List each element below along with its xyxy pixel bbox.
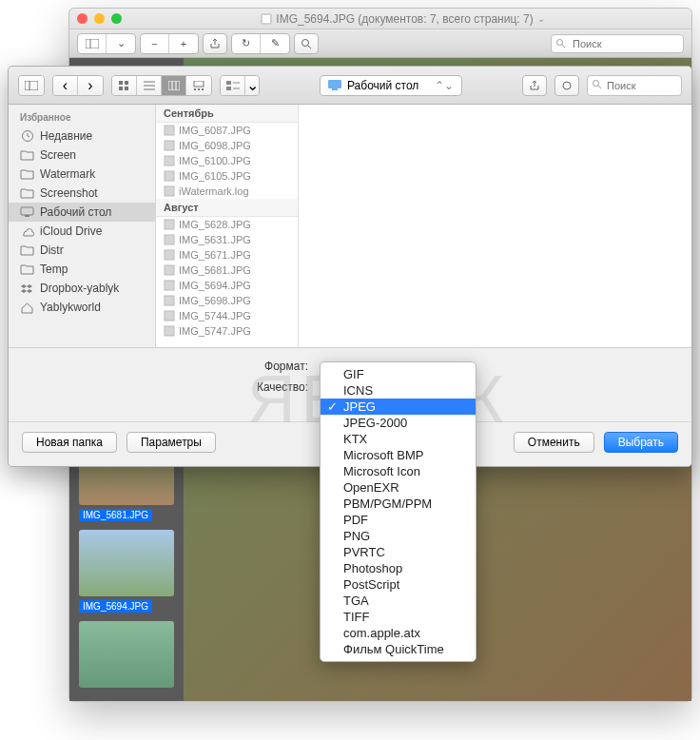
svg-rect-44 [165, 265, 174, 275]
svg-rect-24 [226, 81, 231, 85]
choose-button[interactable]: Выбрать [604, 432, 678, 453]
file-item[interactable]: IMG_5747.JPG [156, 323, 298, 339]
dropdown-item[interactable]: OpenEXR [321, 479, 476, 496]
minimize-icon[interactable] [94, 13, 105, 24]
dropdown-item[interactable]: JPEG [321, 399, 476, 415]
svg-rect-8 [25, 81, 38, 90]
finder-search[interactable] [587, 75, 682, 96]
window-title: IMG_5694.JPG (документов: 7, всего стран… [122, 12, 684, 26]
gallery-view-button[interactable] [186, 76, 211, 95]
file-item[interactable]: IMG_5744.JPG [156, 308, 298, 323]
svg-line-5 [308, 46, 311, 49]
sidebar-item[interactable]: Yablykworld [9, 298, 155, 317]
forward-button[interactable]: › [78, 76, 103, 95]
chevron-down-icon[interactable]: ⌄ [537, 13, 545, 24]
file-item[interactable]: IMG_5671.JPG [156, 247, 298, 263]
dropdown-item[interactable]: ICNS [321, 382, 476, 399]
sidebar-item[interactable]: iCloud Drive [9, 222, 155, 241]
sidebar-item[interactable]: Screenshot [9, 184, 155, 203]
dropdown-item[interactable]: GIF [321, 366, 476, 382]
dropdown-item[interactable]: Microsoft BMP [321, 447, 476, 463]
share-button[interactable] [203, 33, 227, 54]
folder-icon [20, 244, 34, 257]
dropdown-item[interactable]: Microsoft Icon [321, 463, 476, 479]
chevron-down-icon[interactable]: ⌄ [107, 34, 135, 53]
dropdown-item[interactable]: Фильм QuickTime [321, 641, 476, 657]
sidebar-item[interactable]: Screen [9, 146, 155, 165]
sidebar-item[interactable]: Temp [9, 260, 155, 279]
zoom-icon[interactable] [111, 13, 122, 24]
svg-rect-12 [119, 87, 123, 90]
file-icon [164, 249, 175, 261]
svg-rect-42 [165, 235, 174, 244]
file-item[interactable]: IMG_6100.JPG [156, 153, 298, 168]
dropdown-item[interactable]: TGA [321, 593, 476, 609]
dropdown-item[interactable]: PVRTC [321, 544, 476, 560]
dropbox-icon [20, 282, 34, 295]
file-item[interactable]: IMG_5694.JPG [156, 278, 298, 293]
sidebar-toggle-button[interactable] [78, 34, 107, 53]
icon-view-button[interactable] [112, 76, 137, 95]
svg-rect-38 [165, 156, 174, 166]
params-button[interactable]: Параметры [126, 432, 216, 453]
sidebar-item[interactable]: Рабочий стол [9, 203, 155, 222]
file-item[interactable]: IMG_5698.JPG [156, 293, 298, 308]
dropdown-item[interactable]: KTX [321, 431, 476, 447]
share-button[interactable] [522, 75, 547, 96]
clock-icon [20, 130, 34, 143]
tags-button[interactable] [554, 75, 579, 96]
new-folder-button[interactable]: Новая папка [22, 432, 117, 453]
sidebar-mode-group: ⌄ [77, 33, 136, 54]
sidebar-item[interactable]: Watermark [9, 165, 155, 184]
file-item[interactable]: IMG_6098.JPG [156, 138, 298, 153]
sidebar-item[interactable]: Distr [9, 241, 155, 260]
file-icon [164, 170, 175, 182]
file-icon [164, 219, 175, 230]
dropdown-item[interactable]: PDF [321, 512, 476, 528]
zoom-out-button[interactable]: − [141, 34, 169, 53]
thumbnail[interactable]: IMG_5694.JPG [79, 530, 174, 613]
file-icon [164, 185, 175, 197]
file-item[interactable]: IMG_5631.JPG [156, 232, 298, 247]
list-view-button[interactable] [137, 76, 162, 95]
file-item[interactable]: IMG_6087.JPG [156, 123, 298, 138]
dropdown-item[interactable]: PostScript [321, 576, 476, 593]
sidebar-item[interactable]: Dropbox-yablyk [9, 279, 155, 298]
sidebar-item[interactable]: Недавние [9, 127, 155, 146]
path-selector[interactable]: Рабочий стол ⌃⌄ [320, 75, 462, 96]
svg-rect-13 [125, 87, 128, 90]
file-item[interactable]: IMG_5681.JPG [156, 263, 298, 278]
svg-rect-36 [165, 126, 174, 135]
svg-point-4 [302, 39, 309, 46]
markup-button[interactable]: ✎ [261, 34, 289, 53]
column-view-button[interactable] [162, 76, 186, 95]
cancel-button[interactable]: Отменить [514, 432, 594, 453]
format-dropdown[interactable]: GIFICNSJPEGJPEG-2000KTXMicrosoft BMPMicr… [320, 361, 476, 662]
desktop-icon [20, 206, 34, 219]
svg-rect-47 [165, 311, 174, 321]
file-item[interactable]: IMG_5628.JPG [156, 217, 298, 232]
dropdown-item[interactable]: PNG [321, 528, 476, 544]
dropdown-item[interactable]: PBM/PGM/PPM [321, 496, 476, 512]
search-field[interactable] [551, 34, 684, 53]
search-input[interactable] [551, 34, 684, 53]
rotate-button[interactable]: ↻ [232, 34, 261, 53]
dropdown-item[interactable]: Photoshop [321, 560, 476, 576]
group-button[interactable] [221, 76, 245, 95]
file-group-header: Август [156, 199, 298, 217]
dropdown-item[interactable]: com.apple.atx [321, 625, 476, 641]
chevron-down-icon[interactable]: ⌄ [245, 76, 259, 95]
svg-rect-22 [198, 88, 200, 90]
dropdown-item[interactable]: JPEG-2000 [321, 415, 476, 431]
search-button[interactable] [294, 33, 319, 54]
thumbnail[interactable] [79, 621, 174, 688]
sidebar-toggle-button[interactable] [19, 76, 44, 95]
file-item[interactable]: iWatermark.log [156, 184, 298, 199]
back-button[interactable]: ‹ [53, 76, 78, 95]
file-item[interactable]: IMG_6105.JPG [156, 168, 298, 184]
preview-titlebar: IMG_5694.JPG (документов: 7, всего стран… [69, 9, 691, 29]
folder-icon [20, 149, 34, 162]
dropdown-item[interactable]: TIFF [321, 609, 476, 625]
close-icon[interactable] [77, 13, 88, 24]
zoom-in-button[interactable]: + [169, 34, 198, 53]
